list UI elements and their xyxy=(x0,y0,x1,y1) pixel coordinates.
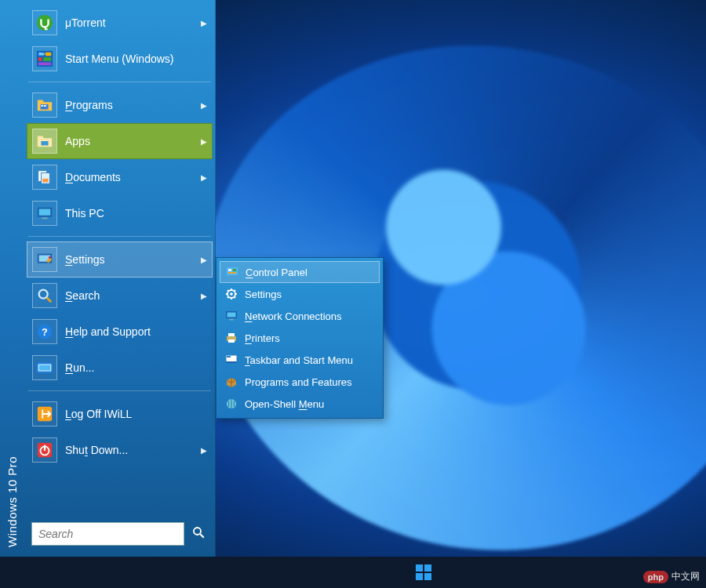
start-button[interactable] xyxy=(416,564,431,580)
programs-features-icon xyxy=(224,375,238,389)
shutdown-icon xyxy=(32,437,57,463)
run-icon xyxy=(32,355,57,380)
gear-icon xyxy=(224,287,238,301)
help-icon: ? xyxy=(32,319,57,344)
utorrent-icon xyxy=(32,10,57,35)
search-icon xyxy=(32,283,57,308)
watermark: php 中文网 xyxy=(643,570,700,583)
svg-rect-4 xyxy=(38,57,42,61)
svg-rect-6 xyxy=(38,63,52,66)
svg-rect-11 xyxy=(41,141,48,146)
menu-item-label: Documents xyxy=(65,171,121,183)
control-panel-icon xyxy=(225,265,239,279)
menu-item-label: Programs xyxy=(65,99,113,111)
svg-rect-10 xyxy=(44,105,46,107)
menu-item-thispc[interactable]: This PC xyxy=(27,195,213,231)
svg-rect-44 xyxy=(227,356,231,358)
printer-icon xyxy=(224,331,238,345)
search-input[interactable] xyxy=(31,522,184,546)
submenu-item-network[interactable]: Network Connections xyxy=(220,305,380,327)
startmenu-tiles-icon: Start xyxy=(32,46,57,71)
separator xyxy=(28,390,211,391)
menu-item-search[interactable]: Search ▶ xyxy=(27,278,213,314)
menu-item-run[interactable]: Run... xyxy=(27,350,213,386)
start-menu: Windows 10 Pro μTorrent ▶ Start Start Me… xyxy=(0,0,216,557)
submenu-item-control-panel[interactable]: Control Panel xyxy=(220,261,380,283)
svg-rect-16 xyxy=(39,209,51,216)
separator xyxy=(28,82,211,82)
submenu-item-label: Network Connections xyxy=(245,310,342,322)
logoff-icon xyxy=(32,401,57,426)
submenu-item-label: Taskbar and Start Menu xyxy=(245,354,353,366)
chevron-right-icon: ▶ xyxy=(201,446,207,455)
search-button[interactable] xyxy=(189,525,208,543)
menu-item-startmenu-windows[interactable]: Start Start Menu (Windows) xyxy=(27,41,213,77)
menu-item-help[interactable]: ? Help and Support xyxy=(27,314,213,350)
svg-rect-37 xyxy=(227,313,236,318)
folder-apps-icon xyxy=(32,129,57,154)
submenu-item-printers[interactable]: Printers xyxy=(220,327,380,349)
taskbar-icon xyxy=(224,353,238,367)
submenu-item-label: Programs and Features xyxy=(245,376,352,388)
menu-item-shutdown[interactable]: Shut Down... ▶ xyxy=(27,432,213,468)
svg-rect-14 xyxy=(42,179,48,183)
svg-rect-31 xyxy=(228,269,231,271)
submenu-item-label: Open-Shell Menu xyxy=(245,398,324,410)
svg-rect-5 xyxy=(43,57,51,61)
svg-point-29 xyxy=(194,528,201,535)
menu-item-label: Help and Support xyxy=(65,325,151,338)
menu-item-logoff[interactable]: Log Off IWiLL xyxy=(27,396,213,432)
svg-rect-43 xyxy=(226,361,237,363)
submenu-item-label: Settings xyxy=(245,289,282,300)
menu-item-label: Apps xyxy=(65,135,90,147)
chevron-right-icon: ▶ xyxy=(201,19,207,27)
menu-item-settings[interactable]: Settings ▶ xyxy=(27,241,213,278)
submenu-item-programs-features[interactable]: Programs and Features xyxy=(220,371,380,393)
watermark-text: 中文网 xyxy=(671,570,700,583)
chevron-right-icon: ▶ xyxy=(201,173,207,182)
chevron-right-icon: ▶ xyxy=(201,292,207,300)
svg-rect-17 xyxy=(42,218,47,220)
menu-item-documents[interactable]: Documents ▶ xyxy=(27,159,213,195)
menu-item-label: Run... xyxy=(65,361,94,374)
documents-icon xyxy=(32,165,57,190)
menu-item-label: Start Menu (Windows) xyxy=(65,53,173,65)
menu-item-label: Log Off IWiLL xyxy=(65,408,132,420)
svg-point-21 xyxy=(39,290,48,299)
svg-rect-41 xyxy=(228,339,235,343)
menu-item-label: Settings xyxy=(65,253,105,266)
submenu-item-label: Printers xyxy=(245,332,280,344)
chevron-right-icon: ▶ xyxy=(201,137,207,146)
svg-rect-40 xyxy=(228,333,235,336)
menu-item-apps[interactable]: Apps ▶ xyxy=(27,123,213,159)
folder-programs-icon xyxy=(32,93,57,118)
svg-rect-38 xyxy=(229,319,234,321)
svg-rect-33 xyxy=(228,272,236,274)
taskbar[interactable]: php 中文网 xyxy=(0,557,706,588)
menu-item-programs[interactable]: Programs ▶ xyxy=(27,87,213,123)
taskbar-center xyxy=(416,564,431,580)
start-menu-column: μTorrent ▶ Start Start Menu (Windows) Pr… xyxy=(24,0,216,557)
svg-text:?: ? xyxy=(42,326,48,338)
menu-item-label: Shut Down... xyxy=(65,444,128,456)
submenu-item-openshell[interactable]: Open-Shell Menu xyxy=(220,393,380,415)
svg-rect-25 xyxy=(39,365,51,370)
submenu-item-settings[interactable]: Settings xyxy=(220,283,380,305)
submenu-item-label: Control Panel xyxy=(246,267,308,278)
search-row xyxy=(27,517,213,552)
chevron-right-icon: ▶ xyxy=(201,256,207,264)
settings-icon xyxy=(32,247,57,272)
watermark-badge: php xyxy=(643,571,668,583)
svg-point-35 xyxy=(230,292,233,296)
svg-text:Start: Start xyxy=(39,53,45,56)
network-icon xyxy=(224,309,238,323)
submenu-item-taskbar[interactable]: Taskbar and Start Menu xyxy=(220,349,380,371)
svg-rect-32 xyxy=(233,269,236,271)
menu-item-utorrent[interactable]: μTorrent ▶ xyxy=(27,5,213,41)
menu-item-label: μTorrent xyxy=(65,16,106,29)
svg-rect-9 xyxy=(41,105,43,107)
separator xyxy=(28,236,211,237)
svg-rect-3 xyxy=(45,53,51,56)
settings-submenu: Control Panel Settings Network Connectio… xyxy=(216,257,384,419)
shell-icon xyxy=(224,397,238,411)
